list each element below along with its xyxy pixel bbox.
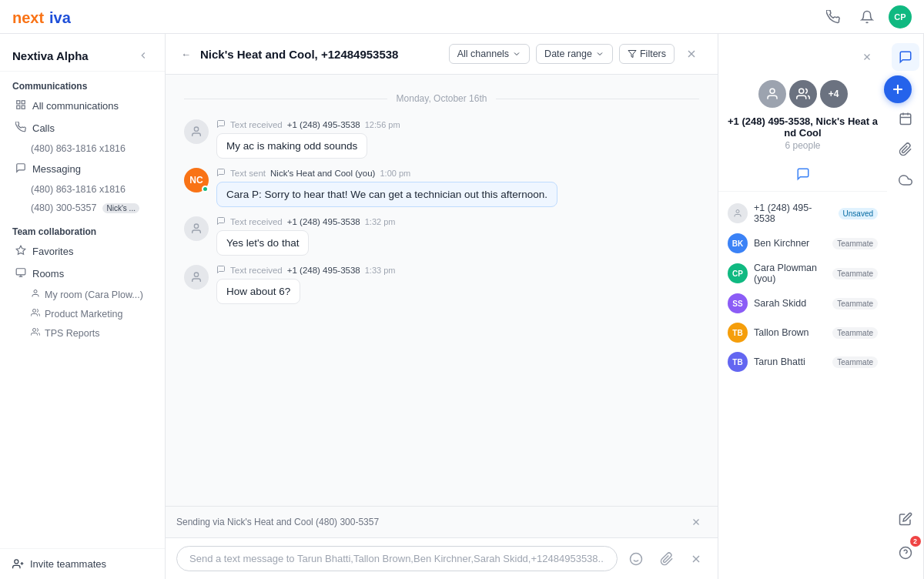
rp-person-avatar: BK <box>728 233 748 253</box>
msg-sender: +1 (248) 495-3538 <box>287 266 360 275</box>
message-bubble: Yes let's do that <box>216 230 309 256</box>
rail-messages-icon[interactable] <box>892 43 919 71</box>
rail-edit-icon[interactable] <box>892 505 919 533</box>
svg-text:next: next <box>12 9 44 26</box>
received-avatar <box>184 119 209 144</box>
rp-person-row: SS Sarah Skidd Teammate <box>718 289 887 318</box>
room-label-1: My room (Cara Plow...) <box>45 290 143 300</box>
calls-sub-label-1: (480) 863-1816 x1816 <box>31 143 126 154</box>
messaging-label: Messaging <box>32 163 81 175</box>
rail-help-icon[interactable]: 2 <box>892 539 919 567</box>
close-banner-button[interactable] <box>685 511 707 533</box>
sidebar-item-all-communications[interactable]: All communications <box>3 95 162 117</box>
invite-teammates-button[interactable]: Invite teammates <box>0 548 165 579</box>
rp-person-avatar: SS <box>728 293 748 313</box>
message-icon <box>216 168 226 179</box>
top-bar-icons: CP <box>821 5 912 29</box>
rp-person-row: TB Tarun Bhatti Teammate <box>718 347 887 377</box>
svg-marker-16 <box>628 51 636 58</box>
communications-section-label: Communications <box>0 72 165 95</box>
svg-marker-6 <box>16 246 25 254</box>
compose-input-row <box>166 538 718 579</box>
svg-rect-5 <box>22 105 25 109</box>
sidebar-item-calls[interactable]: Calls <box>3 117 162 139</box>
svg-point-31 <box>736 210 739 213</box>
svg-rect-2 <box>17 101 20 104</box>
nick-badge: Nick's ... <box>102 203 139 213</box>
room-icon-1 <box>31 289 40 300</box>
svg-rect-35 <box>900 114 911 125</box>
rooms-label: Rooms <box>32 268 64 279</box>
sidebar-sub-room-3[interactable]: TPS Reports <box>3 323 162 343</box>
rail-calendar-icon[interactable] <box>892 105 919 132</box>
compose-input[interactable] <box>176 546 618 571</box>
rp-action-icons <box>718 157 887 192</box>
attach-button[interactable] <box>654 547 679 571</box>
right-icon-rail: 2 <box>887 34 924 579</box>
back-button[interactable]: ← <box>181 49 191 60</box>
header-controls: All channels Date range Filters <box>449 43 702 65</box>
sidebar-sub-calls-1[interactable]: (480) 863-1816 x1816 <box>3 139 162 158</box>
rail-clip-icon[interactable] <box>892 136 919 163</box>
rooms-icon <box>15 267 26 280</box>
close-compose-button[interactable] <box>685 548 707 570</box>
sidebar-item-rooms[interactable]: Rooms <box>3 263 162 285</box>
message-group: Text received +1 (248) 495-3538 1:33 pm … <box>184 265 699 304</box>
rp-avatars: +4 <box>718 74 887 111</box>
sidebar-item-messaging[interactable]: Messaging <box>3 158 162 180</box>
all-channels-label: All channels <box>457 49 509 59</box>
grid-icon <box>15 99 26 112</box>
msg-prefix: Text received <box>230 266 283 275</box>
back-arrow-icon: ← <box>181 49 191 60</box>
rail-cloud-icon[interactable] <box>892 166 919 194</box>
rp-person-badge: Teammate <box>832 356 878 368</box>
rp-chat-icon[interactable] <box>791 162 815 186</box>
message-icon <box>216 265 226 276</box>
sidebar-collapse-button[interactable] <box>134 46 152 65</box>
sidebar-sub-msg-1[interactable]: (480) 863-1816 x1816 <box>3 180 162 199</box>
sidebar-sub-msg-2[interactable]: (480) 300-5357 Nick's ... <box>3 199 162 217</box>
close-panel-button[interactable] <box>681 43 702 65</box>
svg-rect-4 <box>17 105 20 109</box>
star-icon <box>15 245 26 258</box>
emoji-button[interactable] <box>624 547 648 571</box>
room-label-2: Product Marketing <box>45 309 122 320</box>
filters-label: Filters <box>640 49 666 59</box>
filters-button[interactable]: Filters <box>619 44 675 64</box>
date-range-dropdown[interactable]: Date range <box>536 44 613 64</box>
help-badge: 2 <box>910 536 921 547</box>
rp-plus-count: +4 <box>820 80 848 108</box>
msg-sub-label-2: (480) 300-5357 <box>31 202 96 213</box>
svg-point-30 <box>798 89 803 93</box>
message-meta: Text received +1 (248) 495-3538 1:33 pm <box>216 265 699 276</box>
team-section-label: Team collaboration <box>0 217 165 240</box>
message-group: Text received +1 (248) 495-3538 1:32 pm … <box>184 216 699 256</box>
rp-person-avatar <box>728 203 748 223</box>
sent-avatar: NC <box>184 168 209 192</box>
msg-sub-label-1: (480) 863-1816 x1816 <box>31 184 126 195</box>
user-avatar[interactable]: CP <box>889 5 912 28</box>
svg-point-20 <box>194 224 198 228</box>
all-channels-dropdown[interactable]: All channels <box>449 44 530 64</box>
rp-person-name: Cara Plowman (you) <box>754 263 826 284</box>
sidebar-item-favorites[interactable]: Favorites <box>3 240 162 263</box>
compose-banner-text: Sending via Nick's Heat and Cool (480) 3… <box>176 517 379 527</box>
msg-sender: +1 (248) 495-3538 <box>287 217 360 226</box>
chat-area: Monday, October 16th Text received +1 <box>166 75 718 506</box>
message-meta: Text received +1 (248) 495-3538 12:56 pm <box>216 119 699 130</box>
svg-point-13 <box>15 560 18 564</box>
room-label-3: TPS Reports <box>45 328 100 339</box>
rp-close-button[interactable] <box>856 46 878 68</box>
sidebar-sub-room-2[interactable]: Product Marketing <box>3 304 162 323</box>
svg-point-19 <box>194 127 198 131</box>
new-conversation-fab[interactable] <box>884 75 912 103</box>
message-bubble: My ac is making odd sounds <box>216 133 367 159</box>
sidebar-sub-room-1[interactable]: My room (Cara Plow...) <box>3 285 162 304</box>
message-icon <box>216 216 226 227</box>
bell-icon[interactable] <box>855 5 879 29</box>
compose-wrapper: Sending via Nick's Heat and Cool (480) 3… <box>166 506 718 579</box>
phone-icon[interactable] <box>821 5 845 29</box>
rp-person-name: Sarah Skidd <box>754 298 826 309</box>
phone-small-icon <box>15 122 26 135</box>
rp-person-row: +1 (248) 495-3538 Unsaved <box>718 198 887 229</box>
